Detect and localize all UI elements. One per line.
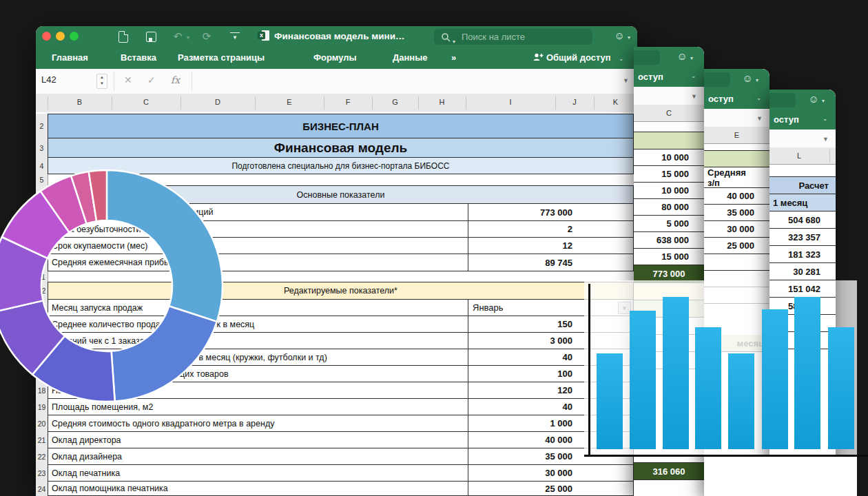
cell[interactable]: 15 000 xyxy=(634,249,704,265)
ribbon-tab-1[interactable]: Главная xyxy=(52,52,88,63)
ribbon-tab-2[interactable]: Вставка xyxy=(121,52,156,63)
row-number-2[interactable]: 2 xyxy=(36,114,48,139)
cell[interactable]: 504 680 xyxy=(769,211,836,229)
column-headers[interactable]: BCDEFGHIJK xyxy=(36,94,637,113)
row-number-22[interactable]: 22 xyxy=(36,448,48,466)
cell[interactable] xyxy=(634,132,704,149)
row-label[interactable]: Средняя стоимость одного квадратного мет… xyxy=(48,415,471,431)
row-label[interactable]: Оклад дизайнера xyxy=(48,448,471,464)
row-value[interactable]: 12 xyxy=(468,238,633,254)
cell[interactable]: 10 000 xyxy=(634,149,704,166)
cell[interactable]: 15 000 xyxy=(634,166,704,183)
feedback-smiley-icon[interactable]: ☺ ▾ xyxy=(614,30,631,41)
insert-function-icon[interactable]: fx xyxy=(171,74,180,85)
cell[interactable]: 80 000 xyxy=(634,199,704,216)
zoom-button[interactable] xyxy=(70,32,79,41)
column-header-I[interactable]: I xyxy=(466,98,555,106)
search-input[interactable] xyxy=(634,50,660,65)
row-label[interactable]: Оклад директора xyxy=(48,432,471,448)
feedback-smiley-icon[interactable]: ☺ ▾ xyxy=(743,72,759,84)
toolbar-options-icon[interactable]: ▾ xyxy=(230,32,240,43)
new-document-icon[interactable] xyxy=(118,31,128,43)
search-input[interactable] xyxy=(704,72,730,87)
row-number-21[interactable]: 21 xyxy=(36,432,48,449)
minimize-button[interactable] xyxy=(56,32,65,41)
cell[interactable]: 10 000 xyxy=(634,183,704,199)
cell[interactable] xyxy=(704,150,769,167)
share-button[interactable]: Общий доступ ⌄ xyxy=(533,52,623,63)
cancel-entry-icon[interactable]: ✕ xyxy=(124,74,132,85)
search-input[interactable] xyxy=(769,93,796,107)
confirm-entry-icon[interactable]: ✓ xyxy=(147,74,156,85)
cell[interactable]: 25 000 xyxy=(704,238,769,254)
cell[interactable]: Расчет xyxy=(769,176,836,194)
formula-bar-dropdown-icon[interactable]: ▼ xyxy=(756,115,763,122)
row-value[interactable]: 89 745 xyxy=(468,254,633,271)
ribbon-tab-bar: ГлавнаяВставкаРазметка страницыФормулыДа… xyxy=(36,47,637,69)
row-label[interactable]: Оклад печатника xyxy=(48,465,471,481)
cell[interactable] xyxy=(704,254,769,271)
title-bar[interactable]: ☺ ▾ xyxy=(704,69,769,90)
name-box[interactable]: L42 xyxy=(41,74,56,85)
row-number-24[interactable]: 24 xyxy=(36,482,48,496)
cell[interactable]: 35 000 xyxy=(704,205,769,221)
undo-icon[interactable]: ↶ xyxy=(169,29,186,44)
search-input[interactable]: ▾ Поиск на листе xyxy=(434,29,592,45)
cell[interactable]: 30 281 xyxy=(769,263,836,280)
cell[interactable]: 1 месяц xyxy=(769,194,836,211)
cell[interactable]: 316 060 xyxy=(634,462,704,480)
title-bar[interactable]: ☺ ▾ xyxy=(634,47,704,68)
row-label[interactable]: Оклад помощника печатника xyxy=(48,482,471,495)
ribbon-overflow-chevron[interactable]: » xyxy=(451,52,456,63)
column-header-G[interactable]: G xyxy=(372,98,418,106)
ribbon-tab-3[interactable]: Разметка страницы xyxy=(178,52,265,63)
row-value[interactable]: 2 xyxy=(468,221,633,237)
bar-chart-x-axis xyxy=(584,455,868,457)
row-number-3[interactable]: 3 xyxy=(36,138,48,158)
column-header-B[interactable]: B xyxy=(48,98,112,106)
merged-cell[interactable]: Финансовая модель xyxy=(48,138,633,157)
chevron-down-icon[interactable]: ⌄ xyxy=(756,95,761,101)
title-bar[interactable]: ☺ ▾ xyxy=(769,90,836,110)
cell[interactable]: 638 000 xyxy=(634,232,704,249)
cell[interactable]: Средняя з/п xyxy=(704,167,769,188)
cell[interactable]: 5 000 xyxy=(634,216,704,232)
cell[interactable]: 181 323 xyxy=(769,246,836,263)
feedback-smiley-icon[interactable]: ☺ ▾ xyxy=(809,93,825,105)
column-header-E[interactable]: E xyxy=(255,98,324,106)
undo-caret-icon[interactable]: ▾ xyxy=(185,29,192,44)
cell[interactable]: 323 357 xyxy=(769,229,836,246)
column-header-L[interactable]: L xyxy=(769,147,836,165)
cell[interactable] xyxy=(634,480,704,496)
chevron-down-icon[interactable]: ⌄ xyxy=(691,73,696,79)
column-header-H[interactable]: H xyxy=(418,98,466,106)
formula-bar-dropdown-icon[interactable]: ▼ xyxy=(823,136,829,143)
feedback-smiley-icon[interactable]: ☺ ▾ xyxy=(677,50,694,62)
column-header-C[interactable]: C xyxy=(112,98,180,106)
merged-cell[interactable]: БИЗНЕС-ПЛАН xyxy=(48,114,633,138)
column-header-F[interactable]: F xyxy=(324,98,372,106)
cell[interactable]: 40 000 xyxy=(704,188,769,205)
name-box-stepper[interactable]: ▲▼ xyxy=(96,74,107,89)
formula-bar-dropdown-icon[interactable]: ▼ xyxy=(623,77,629,84)
row-value[interactable]: 30 000 xyxy=(468,465,633,481)
ribbon-tab-4[interactable]: Формулы xyxy=(313,52,357,63)
column-header-D[interactable]: D xyxy=(180,98,255,106)
column-header-K[interactable]: K xyxy=(594,98,637,106)
save-icon[interactable] xyxy=(146,32,156,42)
column-header-E[interactable]: E xyxy=(704,127,769,144)
formula-bar-dropdown-icon[interactable]: ▼ xyxy=(691,93,697,100)
column-header-J[interactable]: J xyxy=(555,98,594,106)
ribbon-tab-5[interactable]: Данные xyxy=(393,52,428,63)
cell[interactable]: 30 000 xyxy=(704,221,769,238)
chevron-down-icon[interactable]: ⌄ xyxy=(823,116,827,122)
column-header-C[interactable]: C xyxy=(634,105,704,122)
close-button[interactable] xyxy=(42,32,51,41)
row-value[interactable]: 773 000 xyxy=(468,204,633,220)
row-number-23[interactable]: 23 xyxy=(36,465,48,482)
row-value[interactable]: 25 000 xyxy=(468,482,633,495)
title-bar[interactable]: ↶ ▾ ⟳ ▾ x Финансовая модель мини… ▾ Поис… xyxy=(36,26,637,47)
row-number-20[interactable]: 20 xyxy=(36,415,48,433)
redo-icon[interactable]: ⟳ xyxy=(198,29,215,44)
cell[interactable]: 151 042 xyxy=(769,280,836,298)
